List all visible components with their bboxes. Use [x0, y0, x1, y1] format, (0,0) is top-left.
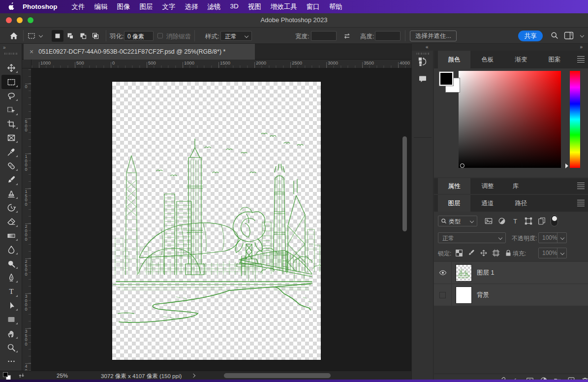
horizontal-scrollbar[interactable] [224, 373, 331, 378]
search-icon[interactable] [550, 31, 559, 42]
properties-panel-menu-icon[interactable] [577, 183, 585, 189]
frame-tool[interactable] [1, 131, 21, 145]
width-input[interactable] [311, 31, 337, 41]
layer-row-背景[interactable]: 背景 [434, 284, 588, 306]
comments-panel-icon[interactable] [418, 74, 428, 86]
feather-input[interactable]: 0 像素 [124, 31, 154, 41]
layer-name[interactable]: 图层 1 [477, 269, 494, 277]
subtract-from-selection-button[interactable] [77, 30, 89, 42]
clone-stamp-tool[interactable] [1, 187, 21, 201]
panel-tab-库[interactable]: 库 [505, 178, 526, 194]
brush-tool[interactable] [1, 173, 21, 187]
new-selection-button[interactable] [52, 30, 63, 42]
menu-item-图像[interactable]: 图像 [117, 2, 130, 11]
opacity-input[interactable]: 100% [538, 232, 567, 243]
foreground-color-swatch[interactable] [439, 71, 454, 86]
share-button[interactable]: 共享 [518, 31, 543, 41]
panel-tab-图层[interactable]: 图层 [438, 195, 470, 212]
swap-dimensions-icon[interactable] [342, 32, 351, 42]
intersect-selection-button[interactable] [90, 30, 101, 42]
layer-row-图层 1[interactable]: 图层 1 [434, 262, 588, 284]
panel-tab-颜色[interactable]: 颜色 [438, 51, 470, 68]
type-filter-icon[interactable]: T [511, 217, 520, 227]
workspace-chevron-icon[interactable] [580, 33, 584, 37]
antialias-checkbox[interactable] [157, 33, 163, 38]
zoom-tool[interactable] [1, 341, 21, 354]
layers-panel-menu-icon[interactable] [577, 200, 585, 206]
more-tool[interactable] [1, 354, 21, 368]
dodge-tool[interactable] [1, 256, 21, 270]
marquee-tool[interactable] [1, 75, 21, 89]
healing-brush-tool[interactable] [1, 159, 21, 173]
eraser-tool[interactable] [1, 215, 21, 228]
menu-item-文字[interactable]: 文字 [162, 2, 176, 11]
menu-item-视图[interactable]: 视图 [248, 2, 261, 11]
close-document-icon[interactable]: × [30, 48, 33, 56]
tool-preset-chevron-icon[interactable] [39, 33, 43, 37]
hand-tool[interactable] [1, 326, 21, 340]
path-selection-tool[interactable] [1, 299, 21, 313]
ruler-corner[interactable] [22, 60, 31, 68]
panel-strip-grip[interactable] [416, 53, 429, 55]
collapse-panels-left-icon[interactable]: « [426, 44, 429, 50]
smart-object-filter-icon[interactable] [537, 217, 546, 227]
menu-item-选择[interactable]: 选择 [185, 2, 198, 11]
panel-tab-路径[interactable]: 路径 [505, 195, 537, 212]
lock-transparent-icon[interactable] [455, 249, 464, 259]
layer-thumbnail[interactable] [456, 264, 472, 282]
panel-tab-调整[interactable]: 调整 [471, 178, 504, 194]
history-brush-tool[interactable] [1, 201, 21, 215]
shape-tool[interactable] [1, 313, 21, 326]
lock-move-icon[interactable] [479, 249, 488, 259]
workspace-icon[interactable] [564, 32, 574, 42]
menu-item-编辑[interactable]: 编辑 [94, 2, 108, 11]
pen-tool[interactable] [1, 271, 21, 285]
style-dropdown[interactable]: 正常 [220, 31, 252, 41]
color-panel-menu-icon[interactable] [577, 56, 585, 63]
panel-tab-色板[interactable]: 色板 [471, 51, 504, 68]
panel-tab-渐变[interactable]: 渐变 [505, 51, 537, 68]
lock-paint-icon[interactable] [467, 249, 476, 259]
history-panel-icon[interactable] [418, 57, 428, 68]
layer-thumbnail[interactable] [456, 286, 472, 304]
menu-item-文件[interactable]: 文件 [72, 2, 85, 11]
lasso-tool[interactable] [1, 89, 21, 103]
menu-item-帮助[interactable]: 帮助 [329, 2, 342, 11]
crop-tool[interactable] [1, 117, 21, 131]
menu-item-滤镜[interactable]: 滤镜 [208, 2, 221, 11]
image-filter-icon[interactable] [484, 217, 493, 227]
type-tool[interactable]: T [1, 285, 21, 298]
panel-tab-通道[interactable]: 通道 [471, 195, 504, 212]
menu-item-3D[interactable]: 3D [230, 2, 239, 11]
lock-all-icon[interactable] [504, 249, 513, 259]
vertical-scrollbar[interactable] [402, 136, 407, 231]
eyedropper-tool[interactable] [1, 145, 21, 159]
saturation-brightness-field[interactable] [459, 71, 561, 168]
panel-tab-属性[interactable]: 属性 [438, 178, 470, 194]
menu-item-图层[interactable]: 图层 [140, 2, 153, 11]
adjustment-filter-icon[interactable] [497, 217, 506, 227]
home-icon[interactable] [9, 31, 19, 43]
layer-visibility-empty[interactable] [434, 284, 452, 306]
move-tool[interactable] [1, 61, 21, 75]
document-tab[interactable]: × 051E0927-DCF7-44A0-953B-0C221F87CF2F.p… [24, 44, 255, 60]
panel-tab-图案[interactable]: 图案 [538, 51, 571, 68]
fill-input[interactable]: 100% [538, 248, 567, 258]
document-canvas[interactable] [112, 82, 321, 360]
document-info[interactable]: 3072 像素 x 4107 像素 (150 ppi) [101, 373, 182, 380]
layer-name[interactable]: 背景 [477, 291, 489, 299]
app-name[interactable]: Photoshop [23, 3, 58, 10]
status-chevron-icon[interactable] [191, 374, 195, 378]
filter-toggle-switch[interactable] [551, 215, 558, 226]
menu-item-窗口[interactable]: 窗口 [307, 2, 320, 11]
shape-filter-icon[interactable] [524, 217, 533, 227]
apple-logo-icon[interactable] [8, 2, 16, 11]
add-to-selection-button[interactable] [64, 30, 76, 42]
select-and-mask-button[interactable]: 选择并遮住... [410, 31, 457, 41]
layer-filter-type-dropdown[interactable]: 类型 [438, 216, 477, 226]
blend-mode-dropdown[interactable]: 正常 [438, 232, 506, 243]
zoom-level[interactable]: 25% [57, 373, 68, 379]
hue-slider-arrow[interactable] [565, 163, 568, 168]
toolbar-collapse-icon[interactable]: » [3, 45, 5, 50]
toolbar-grip[interactable] [4, 53, 18, 55]
